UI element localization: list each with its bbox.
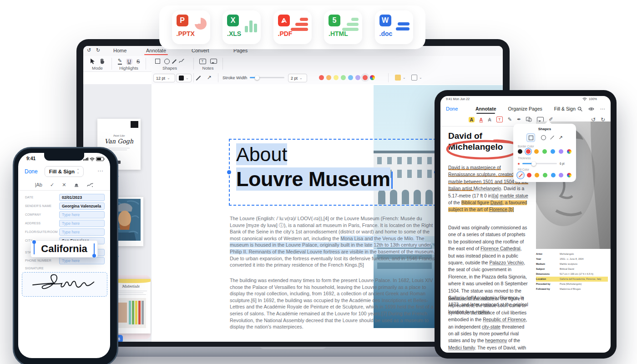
info-row-highlighted: LocationGalleria dell'Accademia, Florenc… xyxy=(536,277,608,282)
shapes-tool-icon[interactable] xyxy=(526,117,532,122)
pencil-tool-icon[interactable]: ✎ xyxy=(508,116,512,122)
tab-fill-sign[interactable]: Fill & Sign xyxy=(554,106,576,111)
thickness-slider[interactable] xyxy=(522,163,557,164)
address-field[interactable]: Type here xyxy=(59,220,105,227)
color-dot[interactable] xyxy=(559,173,563,177)
stamp-tool-icon[interactable] xyxy=(74,182,79,187)
signature-label: SIGNATURE xyxy=(25,267,44,270)
arrow-style-icon[interactable]: ↗ xyxy=(207,75,212,80)
line-tool-icon[interactable] xyxy=(172,59,177,64)
color-dot[interactable] xyxy=(543,173,547,177)
color-dot[interactable] xyxy=(348,75,353,80)
highlighter-icon[interactable]: ✎ xyxy=(118,58,122,65)
company-field[interactable]: Type here xyxy=(59,211,105,218)
color-dot[interactable] xyxy=(370,75,375,80)
color-dot[interactable] xyxy=(551,149,555,154)
tab-home[interactable]: Home xyxy=(113,48,126,53)
hand-icon[interactable] xyxy=(99,58,105,64)
rectangle-tool-icon[interactable] xyxy=(155,59,160,64)
search-icon[interactable] xyxy=(577,106,582,111)
sender-name-field[interactable]: Georgina Valenzuela xyxy=(59,202,105,210)
strikeout-tool-icon[interactable]: A xyxy=(488,117,491,122)
tab-annotate[interactable]: Annotate xyxy=(146,48,166,53)
cursor-icon[interactable] xyxy=(90,58,95,64)
word-icon: W xyxy=(379,15,391,26)
color-dot[interactable] xyxy=(534,149,539,154)
color-dot[interactable] xyxy=(355,75,360,80)
color-dot[interactable] xyxy=(363,75,368,80)
underline-tool-icon[interactable]: A xyxy=(480,117,483,122)
signature-tool-icon[interactable] xyxy=(87,182,93,187)
checkmark-tool-icon[interactable]: ✓ xyxy=(50,182,54,188)
textbox-tool-icon[interactable]: T xyxy=(496,116,503,122)
comment-tool-icon[interactable] xyxy=(210,59,217,64)
format-tile-html: 5 .HTML xyxy=(324,10,362,44)
rectangle-shape-option[interactable] xyxy=(526,133,535,142)
tab-organize-pages[interactable]: Organize Pages xyxy=(508,106,542,111)
freehand-tool-icon[interactable] xyxy=(179,59,184,64)
more-icon[interactable]: ⋯ xyxy=(97,167,104,174)
stroke-pt-select[interactable]: 2 pt ⌄ xyxy=(288,74,307,82)
phone-number-field[interactable]: Type here xyxy=(59,257,105,264)
iphone-screen: 9:41 Done Fill & Sign ⌃⌄ ⋯ |Ab ✓ ✕ xyxy=(18,153,110,358)
redo-icon[interactable]: ↻ xyxy=(96,48,100,53)
color-dot[interactable] xyxy=(535,173,539,177)
cross-tool-icon[interactable]: ✕ xyxy=(62,182,66,188)
floor-suite-room-field[interactable]: Type here xyxy=(59,228,105,236)
fill-color-select[interactable]: ⌄ xyxy=(393,74,408,81)
text-color-select[interactable]: ⌄ xyxy=(176,74,192,82)
arrow-shape-option[interactable]: ↗ xyxy=(559,135,563,141)
done-button[interactable]: Done xyxy=(25,168,38,175)
color-dot[interactable] xyxy=(567,149,571,154)
font-size-select[interactable]: 12 pt ⌄ xyxy=(153,74,175,82)
info-row: Followed byMadonna of Bruges xyxy=(536,287,608,292)
wifi-icon xyxy=(90,157,95,161)
doc-paragraph-2: The building was extended many times to … xyxy=(230,277,440,330)
border-color-palette[interactable] xyxy=(518,149,571,154)
color-dot[interactable] xyxy=(341,75,346,80)
color-dot[interactable] xyxy=(542,149,547,154)
date-field[interactable]: 02/01/2023 xyxy=(59,194,105,201)
border-color-select[interactable]: ⌄ xyxy=(409,74,425,81)
text-selection-handle-right[interactable] xyxy=(94,243,95,254)
color-dot[interactable] xyxy=(527,173,531,177)
eye-icon[interactable] xyxy=(588,107,594,111)
tab-annotate[interactable]: Annotate xyxy=(475,106,496,111)
color-dot[interactable] xyxy=(319,75,324,80)
heading-selection-box[interactable]: About Louvre Museum xyxy=(229,139,436,206)
undo-icon[interactable]: ↺ xyxy=(87,48,91,53)
color-dot[interactable] xyxy=(326,75,331,80)
pen-tool-icon[interactable]: ✒ xyxy=(517,116,521,122)
color-dot[interactable] xyxy=(567,173,571,177)
ellipse-tool-icon[interactable] xyxy=(164,59,170,64)
color-dot[interactable] xyxy=(334,75,339,80)
highlight-tool-icon[interactable]: A xyxy=(469,117,475,122)
color-dot[interactable] xyxy=(518,172,523,178)
underline-tool-icon[interactable]: U xyxy=(126,59,132,64)
fill-color-palette[interactable] xyxy=(518,172,571,178)
color-dot[interactable] xyxy=(526,149,531,154)
group-highlights: ✎ U S Highlights xyxy=(112,56,145,71)
textbox-tool-icon[interactable]: T xyxy=(199,59,206,64)
text-field-tool-icon[interactable]: |Ab xyxy=(35,182,42,187)
fill-color-label: Fill Color xyxy=(518,168,571,171)
format-label: .doc xyxy=(379,30,410,37)
ellipse-shape-option[interactable] xyxy=(541,135,546,140)
line-shape-option[interactable] xyxy=(551,136,555,140)
info-row: Dimensions517 cm × 199 cm (17 ft × 6.5 f… xyxy=(536,272,608,277)
line-style-icon[interactable] xyxy=(198,75,199,83)
doc-heading-line2: Louvre Museum xyxy=(236,168,393,191)
strikethrough-tool-icon[interactable]: S xyxy=(136,59,140,64)
ipad-screen: 9:41 Mon Jun 22 100% Done Annotate Organ… xyxy=(440,96,611,353)
fill-sign-selector[interactable]: Fill & Sign ⌃⌄ xyxy=(45,166,84,177)
text-selection-handle-left[interactable] xyxy=(34,243,35,254)
color-palette[interactable] xyxy=(319,75,375,80)
more-icon[interactable]: ⋯ xyxy=(600,106,605,112)
selection-handle-left[interactable] xyxy=(227,170,231,174)
signature-box[interactable] xyxy=(22,272,107,297)
color-dot[interactable] xyxy=(551,173,556,177)
color-dot[interactable] xyxy=(559,149,563,154)
stroke-width-slider[interactable] xyxy=(250,77,284,78)
autofill-popup[interactable]: California xyxy=(30,240,98,258)
color-dot[interactable] xyxy=(518,149,522,154)
